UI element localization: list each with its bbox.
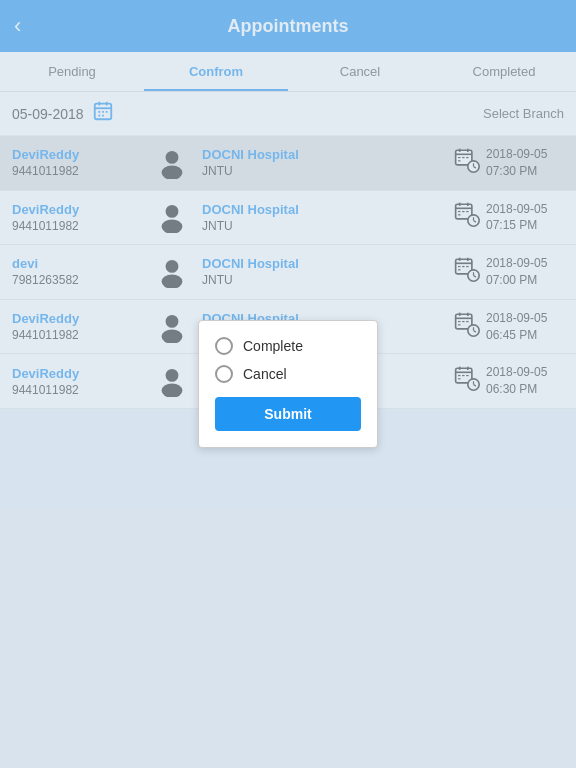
complete-option[interactable]: Complete — [215, 337, 361, 355]
complete-label: Complete — [243, 338, 303, 354]
cancel-label: Cancel — [243, 366, 287, 382]
submit-button[interactable]: Submit — [215, 397, 361, 431]
cancel-radio[interactable] — [215, 365, 233, 383]
action-modal: Complete Cancel Submit — [198, 320, 378, 448]
modal-overlay: Complete Cancel Submit — [0, 0, 576, 768]
complete-radio[interactable] — [215, 337, 233, 355]
cancel-option[interactable]: Cancel — [215, 365, 361, 383]
